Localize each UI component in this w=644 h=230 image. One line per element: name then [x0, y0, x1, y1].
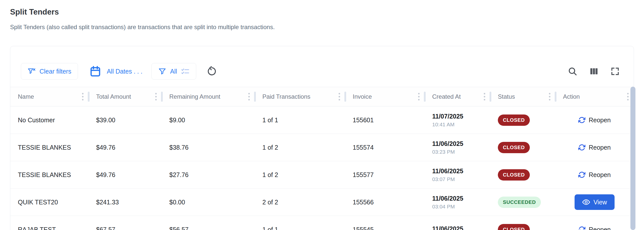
cell-status: CLOSED	[490, 216, 555, 230]
page-title: Split Tenders	[10, 8, 59, 17]
column-menu-kebab-icon[interactable]	[627, 93, 629, 100]
rotate-ccw-icon[interactable]	[207, 66, 217, 76]
checklist-icon	[181, 67, 189, 76]
column-resize-divider[interactable]	[490, 92, 491, 102]
column-resize-divider[interactable]	[424, 92, 426, 102]
column-header-paid-transactions[interactable]: Paid Transactions	[255, 87, 345, 106]
cell-total-amount: $49.76	[89, 134, 162, 161]
cell-name: RAJAB TEST	[10, 216, 89, 230]
cell-name: No Customer	[10, 106, 89, 134]
status-badge: CLOSED	[498, 114, 530, 126]
cell-paid-transactions: 1 of 2	[255, 161, 345, 188]
column-header-remaining-amount[interactable]: Remaining Amount	[162, 87, 255, 106]
reopen-button[interactable]: Reopen	[578, 171, 611, 179]
cell-total-amount: $49.76	[89, 161, 162, 188]
table-row: TESSIE BLANKES $49.76 $27.76 1 of 2 1555…	[10, 161, 634, 189]
reopen-button[interactable]: Reopen	[578, 117, 611, 124]
status-badge: CLOSED	[498, 224, 530, 230]
cell-name: TESSIE BLANKES	[10, 161, 89, 188]
column-menu-kebab-icon[interactable]	[484, 93, 485, 100]
table-row: QUIK TEST20 $241.33 $0.00 2 of 2 155566 …	[10, 189, 634, 216]
column-resize-divider[interactable]	[555, 92, 556, 102]
column-resize-divider[interactable]	[161, 92, 163, 102]
cell-invoice: 155566	[345, 189, 425, 216]
column-menu-kebab-icon[interactable]	[418, 93, 420, 100]
cell-created-at: 11/06/2025	[425, 216, 490, 230]
sync-icon	[578, 144, 585, 151]
cell-action: Reopen Reopen	[555, 106, 634, 134]
table-body: No Customer $39.00 $9.00 1 of 1 155601 1…	[10, 106, 634, 230]
cell-name: TESSIE BLANKES	[10, 134, 89, 161]
sync-icon	[578, 171, 585, 178]
column-header-created-at[interactable]: Created At	[425, 87, 490, 106]
funnel-icon	[158, 67, 166, 75]
table-row: No Customer $39.00 $9.00 1 of 1 155601 1…	[10, 106, 634, 134]
cell-remaining-amount: $27.76	[162, 161, 255, 188]
status-filter-button[interactable]: All	[151, 63, 196, 80]
cell-status: CLOSED	[490, 106, 555, 134]
cell-invoice: 155545	[345, 216, 425, 230]
cell-total-amount: $39.00	[89, 106, 162, 134]
column-menu-kebab-icon[interactable]	[248, 93, 250, 100]
cell-remaining-amount: $9.00	[162, 106, 255, 134]
cell-paid-transactions: 1 of 1	[255, 106, 345, 134]
column-menu-kebab-icon[interactable]	[339, 93, 340, 100]
column-resize-divider[interactable]	[88, 92, 90, 102]
sync-icon	[578, 117, 585, 124]
cell-total-amount: $67.57	[89, 216, 162, 230]
reopen-button[interactable]: Reopen	[578, 144, 611, 151]
cell-paid-transactions: 2 of 2	[255, 189, 345, 216]
cell-remaining-amount: $38.76	[162, 134, 255, 161]
cell-invoice: 155574	[345, 134, 425, 161]
column-resize-divider[interactable]	[344, 92, 346, 102]
clear-filters-label: Clear filters	[39, 68, 71, 75]
cell-action: Reopen Reopen	[555, 134, 634, 161]
date-filter-label[interactable]: All Dates . . .	[107, 68, 142, 75]
cell-status: SUCCEEDED	[490, 189, 555, 216]
cell-status: CLOSED	[490, 161, 555, 188]
cell-created-at: 11/06/2025 03:07 PM	[425, 161, 490, 188]
column-header-action[interactable]: Action	[555, 87, 634, 106]
search-icon[interactable]	[568, 67, 577, 76]
clear-filters-button[interactable]: Clear filters	[21, 63, 78, 80]
status-badge: SUCCEEDED	[498, 197, 541, 208]
column-resize-divider[interactable]	[254, 92, 256, 102]
table-header-row: Name Total Amount Remaining Amount Paid …	[10, 87, 634, 106]
cell-paid-transactions: 1 of 2	[255, 134, 345, 161]
columns-icon[interactable]	[589, 67, 598, 76]
column-header-invoice[interactable]: Invoice	[345, 87, 425, 106]
status-badge: CLOSED	[498, 142, 530, 153]
fullscreen-icon[interactable]	[611, 67, 620, 76]
cell-created-at: 11/06/2025 03:04 PM	[425, 189, 490, 216]
cell-invoice: 155577	[345, 161, 425, 188]
sync-icon	[578, 226, 585, 230]
cell-status: CLOSED	[490, 134, 555, 161]
column-menu-kebab-icon[interactable]	[155, 93, 157, 100]
cell-remaining-amount: $56.57	[162, 216, 255, 230]
column-header-name[interactable]: Name	[10, 87, 89, 106]
split-tenders-page: Split Tenders Split Tenders (also called…	[0, 0, 644, 230]
toolbar: Clear filters All Dates . . . All	[10, 46, 634, 87]
funnel-x-icon	[28, 67, 36, 75]
cell-paid-transactions: 1 of 1	[255, 216, 345, 230]
column-header-status[interactable]: Status	[490, 87, 555, 106]
cell-created-at: 11/07/2025 10:41 AM	[425, 106, 490, 134]
cell-action: Reopen Reopen	[555, 161, 634, 188]
column-menu-kebab-icon[interactable]	[82, 93, 84, 100]
table-row: TESSIE BLANKES $49.76 $38.76 1 of 2 1555…	[10, 134, 634, 161]
eye-icon	[582, 198, 590, 206]
cell-invoice: 155601	[345, 106, 425, 134]
cell-total-amount: $241.33	[89, 189, 162, 216]
column-menu-kebab-icon[interactable]	[549, 93, 550, 100]
cell-action: View View	[555, 189, 634, 216]
reopen-button[interactable]: Reopen	[578, 226, 611, 230]
status-filter-label: All	[170, 68, 177, 75]
table-row: RAJAB TEST $67.57 $56.57 1 of 1 155545 1…	[10, 216, 634, 230]
split-tenders-card: Clear filters All Dates . . . All	[10, 46, 634, 230]
cell-created-at: 11/06/2025 03:23 PM	[425, 134, 490, 161]
cell-action: Reopen Reopen	[555, 216, 634, 230]
column-header-total-amount[interactable]: Total Amount	[89, 87, 162, 106]
view-button[interactable]: View	[575, 194, 615, 210]
vertical-scrollbar-thumb[interactable]	[630, 87, 635, 230]
calendar-icon[interactable]	[90, 66, 101, 77]
